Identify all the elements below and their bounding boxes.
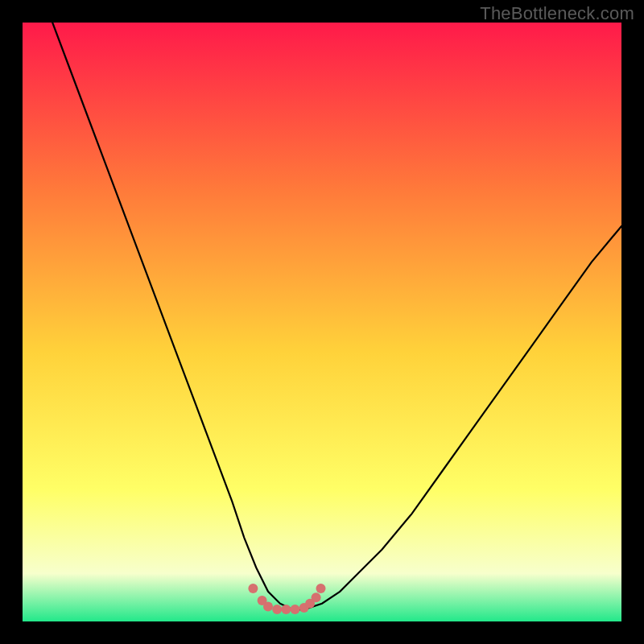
marker-dot	[263, 601, 273, 611]
marker-dot	[272, 605, 282, 614]
bottleneck-chart	[23, 23, 621, 621]
marker-dot	[312, 592, 321, 602]
marker-dot	[281, 605, 291, 614]
attribution-text: TheBottleneck.com	[480, 3, 634, 24]
gradient-background	[23, 23, 621, 621]
marker-dot	[316, 584, 326, 593]
plot-area	[23, 23, 621, 621]
outer-frame: TheBottleneck.com	[0, 0, 644, 644]
marker-dot	[248, 584, 258, 593]
marker-dot	[291, 605, 300, 614]
